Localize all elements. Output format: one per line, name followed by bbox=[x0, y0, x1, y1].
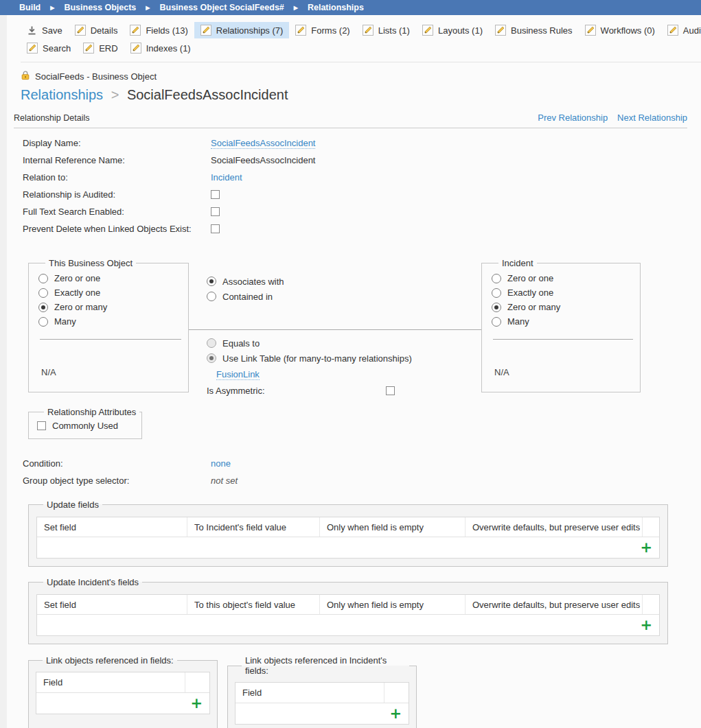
relation-to-label: Relation to: bbox=[23, 172, 211, 183]
column-header: Overwrite defaults, but preserve user ed… bbox=[466, 517, 643, 537]
full-text-checkbox[interactable] bbox=[211, 207, 220, 216]
page-title-section-link[interactable]: Relationships bbox=[21, 87, 103, 102]
add-row-button[interactable]: + bbox=[190, 697, 203, 709]
radio-icon[interactable] bbox=[207, 292, 216, 301]
radio-associates-with[interactable]: Associates with bbox=[189, 274, 481, 289]
radio-left-zero-or-many[interactable]: Zero or many bbox=[38, 300, 183, 314]
pencil-icon bbox=[83, 43, 94, 54]
radio-icon[interactable] bbox=[207, 338, 216, 348]
add-row-button[interactable]: + bbox=[640, 619, 652, 631]
audited-checkbox[interactable] bbox=[211, 190, 220, 199]
update-fields-group: Update fields Set field To Incident's fi… bbox=[28, 500, 668, 567]
tab-audit[interactable]: Audit bbox=[661, 22, 701, 38]
toolbar-row-1: Save Details Fields (13) Relationships (… bbox=[21, 22, 701, 38]
save-icon bbox=[27, 25, 37, 36]
incident-legend: Incident bbox=[498, 258, 537, 268]
tab-forms[interactable]: Forms (2) bbox=[289, 22, 356, 38]
radio-icon[interactable] bbox=[492, 288, 501, 298]
breadcrumb-arrow-icon: ▶ bbox=[50, 5, 54, 11]
add-row-button[interactable]: + bbox=[640, 541, 652, 554]
relation-to-value-link[interactable]: Incident bbox=[211, 172, 242, 183]
group-selector-label: Group object type selector: bbox=[23, 475, 211, 486]
column-header-empty bbox=[185, 672, 209, 692]
tab-label: Workflows (0) bbox=[601, 25, 655, 36]
radio-label: Many bbox=[507, 316, 529, 327]
radio-left-zero-or-one[interactable]: Zero or one bbox=[38, 271, 183, 285]
radio-icon[interactable] bbox=[38, 274, 48, 283]
radio-label: Associates with bbox=[222, 277, 284, 287]
link-table-link[interactable]: FusionLink bbox=[216, 369, 260, 380]
add-row-button[interactable]: + bbox=[389, 707, 402, 720]
radio-label: Exactly one bbox=[507, 287, 553, 298]
prevent-delete-checkbox[interactable] bbox=[211, 224, 220, 233]
condition-value-link[interactable]: none bbox=[211, 458, 231, 469]
pencil-icon bbox=[75, 25, 86, 36]
breadcrumb-item-business-objects[interactable]: Business Objects bbox=[64, 3, 136, 12]
tab-lists[interactable]: Lists (1) bbox=[356, 22, 416, 38]
radio-label: Use Link Table (for many-to-many relatio… bbox=[222, 353, 412, 364]
tab-layouts[interactable]: Layouts (1) bbox=[416, 22, 489, 38]
middle-divider bbox=[189, 329, 481, 330]
tab-details[interactable]: Details bbox=[69, 22, 124, 38]
column-header: Only when field is empty bbox=[320, 595, 466, 614]
column-header: To this object's field value bbox=[187, 595, 320, 614]
next-relationship-link[interactable]: Next Relationship bbox=[617, 113, 687, 123]
cardinality-middle: Associates with Contained in Equals to U… bbox=[189, 258, 481, 392]
right-na-text: N/A bbox=[494, 367, 634, 377]
tab-relationships[interactable]: Relationships (7) bbox=[194, 22, 290, 38]
commonly-used-checkbox[interactable] bbox=[37, 421, 46, 430]
breadcrumb-item-business-object-socialfeeds[interactable]: Business Object SocialFeeds# bbox=[159, 3, 284, 12]
link-fields-empty-row: + bbox=[36, 693, 209, 714]
radio-left-exactly-one[interactable]: Exactly one bbox=[38, 285, 183, 300]
radio-use-link-table[interactable]: Use Link Table (for many-to-many relatio… bbox=[189, 351, 481, 366]
breadcrumb: Build ▶ Business Objects ▶ Business Obje… bbox=[0, 0, 701, 15]
radio-icon[interactable] bbox=[38, 317, 48, 327]
tab-label: Audit bbox=[683, 25, 701, 36]
left-group-divider bbox=[40, 339, 181, 340]
commonly-used-row[interactable]: Commonly Used bbox=[37, 421, 141, 431]
column-header: To Incident's field value bbox=[187, 517, 320, 537]
update-fields-table: Set field To Incident's field value Only… bbox=[36, 517, 660, 559]
tab-label: Forms (2) bbox=[311, 25, 349, 36]
radio-equals-to[interactable]: Equals to bbox=[189, 336, 481, 351]
tab-workflows[interactable]: Workflows (0) bbox=[579, 22, 661, 38]
internal-ref-label: Internal Reference Name: bbox=[23, 155, 211, 165]
group-selector-value: not set bbox=[211, 475, 238, 486]
radio-icon[interactable] bbox=[492, 317, 501, 327]
save-button[interactable]: Save bbox=[21, 23, 69, 38]
update-incident-fields-table: Set field To this object's field value O… bbox=[36, 594, 660, 636]
radio-icon[interactable] bbox=[492, 303, 501, 312]
tab-label: Search bbox=[43, 43, 71, 54]
pencil-icon bbox=[667, 25, 678, 36]
radio-icon[interactable] bbox=[207, 353, 216, 363]
tab-erd[interactable]: ERD bbox=[77, 40, 124, 56]
radio-icon[interactable] bbox=[38, 303, 48, 312]
tab-search[interactable]: Search bbox=[21, 40, 77, 56]
tab-indexes[interactable]: Indexes (1) bbox=[124, 40, 197, 56]
page-title-name: SocialFeedsAssocIncident bbox=[127, 87, 288, 102]
radio-left-many[interactable]: Many bbox=[38, 314, 183, 329]
pencil-icon bbox=[27, 43, 38, 54]
display-name-value-link[interactable]: SocialFeedsAssocIncident bbox=[211, 138, 315, 149]
radio-icon[interactable] bbox=[492, 274, 501, 283]
breadcrumb-item-relationships[interactable]: Relationships bbox=[308, 3, 364, 12]
tab-fields[interactable]: Fields (13) bbox=[124, 22, 194, 38]
radio-contained-in[interactable]: Contained in bbox=[189, 289, 481, 304]
is-asymmetric-checkbox[interactable] bbox=[386, 386, 395, 395]
radio-right-exactly-one[interactable]: Exactly one bbox=[492, 285, 634, 300]
tab-business-rules[interactable]: Business Rules bbox=[489, 22, 579, 38]
left-na-text: N/A bbox=[41, 367, 183, 377]
radio-icon[interactable] bbox=[38, 288, 48, 298]
prev-relationship-link[interactable]: Prev Relationship bbox=[538, 113, 608, 123]
radio-right-zero-or-one[interactable]: Zero or one bbox=[492, 271, 634, 285]
radio-label: Many bbox=[54, 316, 76, 327]
group-selector-row: Group object type selector: not set bbox=[23, 472, 701, 489]
breadcrumb-item-build[interactable]: Build bbox=[19, 3, 41, 12]
object-header: SocialFeeds - Business Object bbox=[21, 70, 701, 82]
commonly-used-label: Commonly Used bbox=[52, 421, 118, 431]
radio-right-zero-or-many[interactable]: Zero or many bbox=[492, 300, 634, 314]
radio-label: Zero or many bbox=[507, 302, 560, 312]
radio-right-many[interactable]: Many bbox=[492, 314, 634, 329]
column-header: Field bbox=[36, 677, 185, 688]
radio-icon[interactable] bbox=[207, 277, 216, 286]
